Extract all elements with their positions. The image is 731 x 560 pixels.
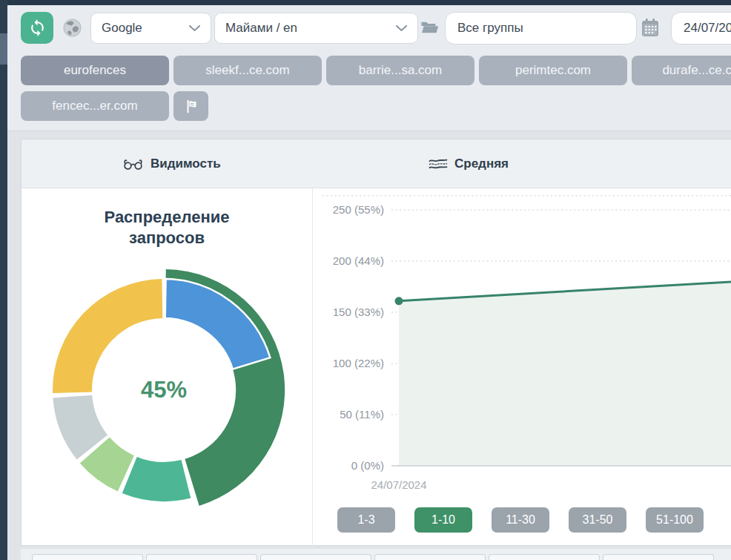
y-axis-label: 200 (44%) — [333, 254, 384, 267]
y-axis-label: 150 (33%) — [333, 306, 384, 318]
charts-area: Распределение запросов 45% 0 (0%)50 (11%… — [22, 188, 731, 545]
position-filter-buttons: 1-31-1011-3031-5051-100 — [337, 507, 704, 533]
next-section-strip — [21, 549, 731, 560]
groups-value: Все группы — [457, 21, 523, 36]
scrollbar-thumb[interactable] — [0, 33, 7, 65]
next-section-cell[interactable] — [603, 554, 714, 560]
region-value: Майами / en — [225, 21, 297, 36]
tab-average-label: Средняя — [454, 157, 509, 171]
tab-visibility[interactable]: Видимость — [122, 139, 221, 188]
refresh-button[interactable] — [21, 12, 53, 44]
x-axis-label: 24/07/2024 — [371, 478, 426, 491]
domain-chip[interactable]: perimtec.com — [479, 56, 627, 85]
domain-chip[interactable]: durafe...ce.com — [632, 56, 731, 85]
toolbar: Google Майами / en Все группы — [7, 5, 731, 131]
position-filter-1-3[interactable]: 1-3 — [337, 507, 395, 533]
y-axis-label: 50 (11%) — [340, 408, 384, 421]
domain-chip[interactable]: barrie...sa.com — [326, 56, 474, 85]
widget-panel-header: Видимость Средняя — [22, 139, 731, 188]
domain-chip[interactable]: sleekf...ce.com — [173, 56, 322, 85]
domain-chips-row: fencec...er.com — [21, 91, 208, 121]
domain-chips-row: eurofences sleekf...ce.com barrie...sa.c… — [21, 56, 731, 85]
next-section-cell[interactable] — [489, 554, 600, 560]
refresh-icon — [28, 19, 47, 37]
domain-chip[interactable]: eurofences — [21, 56, 169, 85]
tab-average[interactable]: Средняя — [429, 139, 509, 188]
folder-icon[interactable] — [420, 20, 440, 39]
page-scrollbar[interactable] — [0, 0, 7, 560]
donut-slice-blue[interactable] — [165, 279, 271, 369]
waves-icon — [429, 158, 448, 170]
donut-slice-teal[interactable] — [122, 457, 191, 501]
calendar-icon[interactable] — [641, 18, 659, 41]
area-fill — [399, 282, 731, 466]
y-axis-label: 100 (22%) — [333, 357, 384, 369]
next-section-cell[interactable] — [32, 554, 143, 560]
next-section-cell[interactable] — [374, 554, 486, 560]
visibility-line-chart: 0 (0%)50 (11%)100 (22%)150 (33%)200 (44%… — [312, 188, 731, 499]
top-navy-bar — [0, 0, 731, 5]
search-engine-select[interactable]: Google — [90, 13, 211, 44]
position-filter-31-50[interactable]: 31-50 — [569, 507, 626, 533]
chevron-down-icon — [396, 25, 407, 32]
donut-slice-yellow[interactable] — [53, 279, 162, 393]
date-value: 24/07/2024 — [684, 21, 731, 36]
next-section-cell[interactable] — [260, 554, 371, 560]
donut-center-label: 45% — [112, 377, 216, 403]
data-point[interactable] — [395, 297, 403, 305]
position-filter-51-100[interactable]: 51-100 — [646, 507, 704, 533]
chevron-down-icon — [189, 25, 200, 32]
date-input[interactable]: 24/07/2024 — [671, 12, 731, 45]
flag-chip-button[interactable] — [173, 91, 208, 121]
globe-icon — [62, 18, 82, 41]
flag-icon — [183, 99, 199, 114]
region-select[interactable]: Майами / en — [214, 13, 418, 44]
position-filter-1-10[interactable]: 1-10 — [414, 507, 472, 533]
tab-visibility-label: Видимость — [150, 157, 221, 171]
search-engine-value: Google — [102, 21, 142, 36]
domain-chip[interactable]: fencec...er.com — [21, 91, 169, 121]
widget-panel: Видимость Средняя Распределение запросов… — [21, 139, 731, 546]
y-axis-label: 0 (0%) — [351, 459, 384, 472]
donut-chart — [22, 188, 312, 546]
next-section-cell[interactable] — [146, 554, 257, 560]
groups-select[interactable]: Все группы — [445, 12, 637, 45]
glasses-icon — [122, 158, 144, 170]
position-filter-11-30[interactable]: 11-30 — [492, 507, 549, 533]
y-axis-label: 250 (55%) — [333, 203, 384, 216]
